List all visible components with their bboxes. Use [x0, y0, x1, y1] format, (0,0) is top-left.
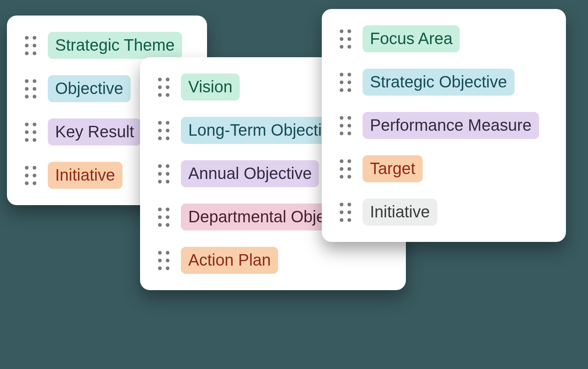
- drag-handle-icon[interactable]: [340, 203, 351, 222]
- level-tag[interactable]: Initiative: [363, 199, 437, 226]
- level-tag[interactable]: Annual Objective: [181, 160, 319, 187]
- drag-handle-icon[interactable]: [25, 123, 36, 142]
- drag-handle-icon[interactable]: [158, 164, 169, 183]
- list-item[interactable]: Focus Area: [340, 25, 548, 52]
- list-item[interactable]: Action Plan: [158, 247, 388, 274]
- drag-handle-icon[interactable]: [158, 251, 169, 270]
- drag-handle-icon[interactable]: [340, 159, 351, 179]
- level-tag[interactable]: Strategic Theme: [48, 32, 182, 59]
- level-tag[interactable]: Target: [363, 155, 423, 182]
- list-item[interactable]: Initiative: [340, 199, 548, 226]
- level-tag[interactable]: Vision: [181, 74, 240, 101]
- drag-handle-icon[interactable]: [340, 73, 351, 92]
- level-tag[interactable]: Action Plan: [181, 247, 278, 274]
- level-tag[interactable]: Initiative: [48, 162, 122, 189]
- drag-handle-icon[interactable]: [340, 29, 351, 49]
- drag-handle-icon[interactable]: [158, 78, 169, 97]
- level-tag[interactable]: Focus Area: [363, 25, 460, 52]
- framework-card-right: Focus Area Strategic Objective Performan…: [322, 9, 566, 242]
- level-tag[interactable]: Objective: [48, 75, 131, 102]
- drag-handle-icon[interactable]: [25, 166, 36, 185]
- drag-handle-icon[interactable]: [25, 36, 36, 55]
- list-item[interactable]: Strategic Theme: [25, 32, 189, 59]
- drag-handle-icon[interactable]: [340, 116, 351, 135]
- list-item[interactable]: Performance Measure: [340, 112, 548, 139]
- level-tag[interactable]: Strategic Objective: [363, 69, 514, 96]
- level-tag[interactable]: Performance Measure: [363, 112, 539, 139]
- drag-handle-icon[interactable]: [158, 208, 169, 227]
- drag-handle-icon[interactable]: [25, 79, 36, 98]
- drag-handle-icon[interactable]: [158, 121, 169, 140]
- list-item[interactable]: Target: [340, 155, 548, 182]
- level-tag[interactable]: Key Result: [48, 119, 141, 145]
- list-item[interactable]: Strategic Objective: [340, 69, 548, 96]
